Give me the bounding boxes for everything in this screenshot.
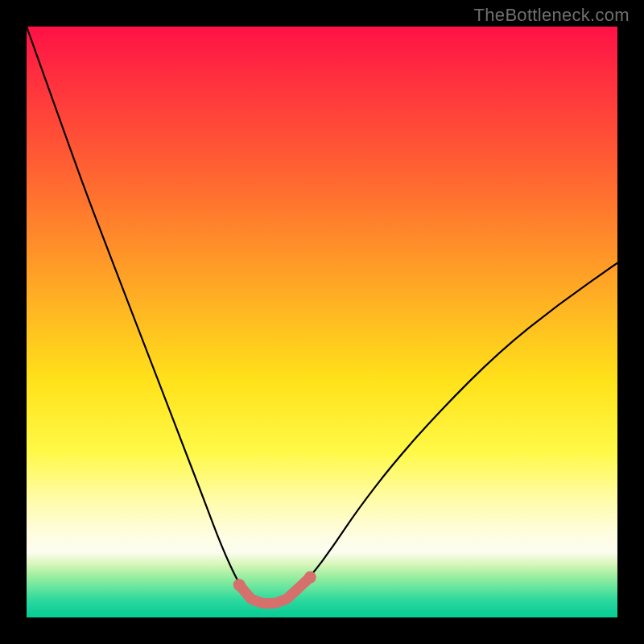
optimal-zone-overlay — [239, 577, 310, 603]
bottleneck-curve — [27, 27, 617, 603]
watermark-text: TheBottleneck.com — [474, 5, 630, 26]
plot-area — [27, 27, 617, 617]
optimal-zone-handle-left — [233, 579, 246, 591]
chart-frame: TheBottleneck.com — [0, 0, 644, 644]
chart-svg — [27, 27, 617, 617]
optimal-zone-handle-right — [304, 572, 316, 584]
